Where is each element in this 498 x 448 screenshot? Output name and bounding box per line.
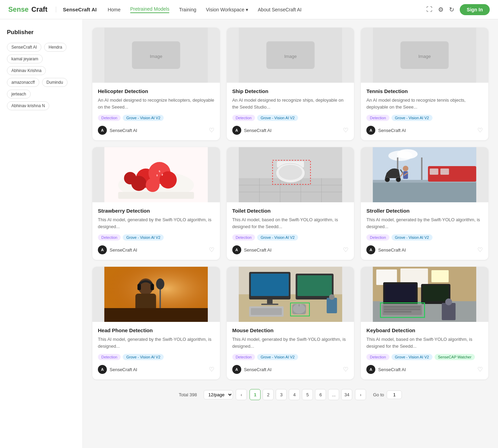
svg-text:Image: Image (418, 54, 431, 59)
page-number-3[interactable]: 3 (276, 389, 287, 400)
svg-rect-66 (267, 299, 272, 304)
card-image-toilet (227, 147, 354, 202)
heart-button[interactable]: ♡ (343, 366, 348, 373)
publisher-tag[interactable]: Abhinav Krishna (7, 66, 46, 75)
nav-training[interactable]: Training (179, 7, 196, 12)
page-number-1[interactable]: 1 (250, 389, 261, 400)
nav-links: Home Pretrained Models Training Vision W… (108, 6, 426, 13)
card-title: Mouse Detection (232, 327, 349, 333)
svg-rect-67 (261, 304, 278, 305)
author-name: SenseCraft AI (110, 367, 137, 372)
model-card-strawberry: Strawberry DetectionThis AI model, gener… (92, 147, 220, 260)
heart-button[interactable]: ♡ (477, 126, 483, 134)
author-avatar: A (232, 365, 241, 374)
goto-label: Go to (373, 392, 384, 397)
model-card-tennis: Image Tennis DetectionAn AI model design… (361, 28, 488, 140)
card-image-tennis: Image (361, 28, 488, 83)
card-title: Stroller Detection (366, 208, 483, 214)
author-name: SenseCraft AI (244, 247, 272, 253)
svg-point-15 (146, 178, 160, 192)
page-number-6[interactable]: 6 (315, 389, 326, 400)
model-card-mouse: Mouse DetectionThis AI model, generated … (227, 267, 354, 379)
heart-button[interactable]: ♡ (209, 126, 214, 134)
card-author: ASenseCraft AI (232, 245, 272, 254)
publisher-tag[interactable]: Abhinav krishna N (7, 101, 49, 110)
logo-craft: Craft (31, 6, 48, 13)
page-number-34[interactable]: 34 (341, 389, 352, 400)
nav-pretrained[interactable]: Pretrained Models (130, 6, 170, 13)
svg-rect-65 (251, 274, 288, 296)
card-title: Strawberry Detection (98, 208, 214, 214)
svg-point-19 (156, 174, 158, 176)
heart-button[interactable]: ♡ (343, 126, 348, 134)
page-ellipsis: ... (328, 389, 339, 400)
card-title: Toilet Detection (232, 208, 349, 214)
svg-rect-92 (384, 311, 411, 313)
svg-point-46 (396, 177, 401, 182)
card-title: Keyboard Detection (366, 327, 483, 333)
publisher-tag[interactable]: SenseCraft AI (7, 43, 41, 52)
per-page-select[interactable]: 12/page 24/page (204, 390, 233, 399)
svg-point-45 (385, 177, 390, 182)
card-author: ASenseCraft AI (366, 365, 406, 374)
fullscreen-icon[interactable]: ⛶ (426, 6, 433, 13)
publisher-tag[interactable]: jerteach (7, 90, 31, 99)
author-avatar: A (366, 126, 375, 135)
card-tag: Grove - Vision AI V2 (123, 234, 164, 241)
publisher-tag[interactable]: amazonaccff (7, 78, 39, 87)
nav-vision-workspace[interactable]: Vision Workspace ▾ (206, 7, 248, 12)
card-description: An AI model designed to recognize helico… (98, 97, 214, 111)
card-image-stroller (361, 147, 488, 202)
svg-rect-42 (440, 169, 449, 175)
svg-rect-87 (423, 285, 449, 301)
card-tag: Grove - Vision AI V2 (392, 234, 433, 241)
refresh-icon[interactable]: ↻ (449, 6, 454, 13)
card-tag: Detection (98, 234, 121, 241)
prev-page-button[interactable]: ‹ (236, 389, 247, 400)
card-author: ASenseCraft AI (366, 126, 406, 135)
sign-in-button[interactable]: Sign In (460, 4, 490, 15)
heart-button[interactable]: ♡ (343, 246, 348, 254)
card-author: ASenseCraft AI (232, 126, 272, 135)
card-title: Head Phone Detection (98, 327, 214, 333)
publisher-tag[interactable]: Hendra (44, 43, 67, 52)
page-number-2[interactable]: 2 (263, 389, 274, 400)
sidebar: Publisher SenseCraft AIHendrakamal jeyar… (0, 19, 83, 448)
author-avatar: A (98, 365, 107, 374)
publisher-tag[interactable]: Dumindu (42, 78, 68, 87)
nav-about[interactable]: About SenseCraft AI (258, 7, 302, 12)
main-content: Image Helicopter DetectionAn AI model de… (83, 19, 498, 448)
card-tag: Grove - Vision AI V2 (257, 234, 298, 241)
card-tag: SenseCAP Watcher (435, 354, 475, 360)
card-tag: Detection (366, 234, 389, 241)
page-number-4[interactable]: 4 (289, 389, 300, 400)
card-description: This AI model, generated by the Swift-YO… (98, 216, 214, 230)
logo[interactable]: SenseCraft (8, 6, 48, 13)
svg-rect-85 (385, 284, 416, 302)
card-author: ASenseCraft AI (98, 365, 137, 374)
publisher-tag[interactable]: kamal jeyaram (7, 54, 43, 63)
svg-rect-91 (384, 308, 420, 310)
heart-button[interactable]: ♡ (477, 246, 483, 254)
heart-button[interactable]: ♡ (209, 246, 214, 254)
card-tag: Detection (98, 354, 121, 360)
author-name: SenseCraft AI (378, 128, 406, 133)
nav-home[interactable]: Home (108, 7, 120, 12)
svg-rect-90 (384, 306, 420, 308)
author-name: SenseCraft AI (244, 128, 272, 133)
heart-button[interactable]: ♡ (209, 366, 214, 373)
author-avatar: A (366, 365, 375, 374)
svg-rect-94 (442, 303, 456, 320)
model-card-keyboard: Keyboard DetectionThis AI model, based o… (361, 267, 488, 379)
page-number-5[interactable]: 5 (302, 389, 313, 400)
svg-rect-57 (138, 284, 141, 290)
card-description: This AI model, generated by the Swift-YO… (366, 216, 483, 230)
settings-icon[interactable]: ⚙ (438, 6, 444, 13)
heart-button[interactable]: ♡ (477, 366, 483, 373)
card-tag: Grove - Vision AI V2 (257, 115, 298, 121)
next-page-button[interactable]: › (355, 389, 366, 400)
svg-text:Image: Image (150, 54, 162, 59)
goto-input[interactable] (387, 390, 402, 399)
svg-point-16 (124, 172, 136, 184)
nav-brand: SenseCraft AI (56, 7, 97, 12)
